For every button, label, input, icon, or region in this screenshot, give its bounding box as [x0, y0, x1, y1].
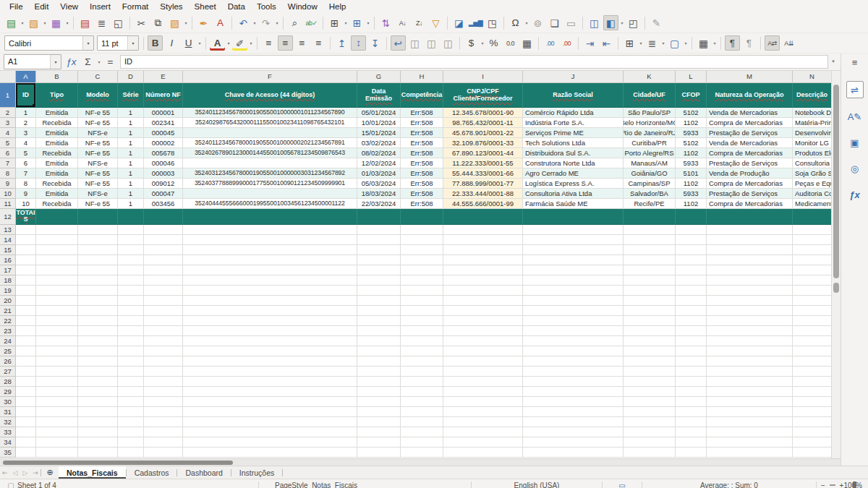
cell-N10[interactable]: Auditoria Contábil	[793, 189, 831, 199]
cell-D21[interactable]	[118, 306, 144, 316]
cell-N24[interactable]	[793, 336, 831, 346]
cell-G17[interactable]	[357, 265, 401, 275]
cell-L16[interactable]	[676, 255, 707, 265]
properties-icon[interactable]: ⇌	[846, 81, 864, 98]
align-right-icon[interactable]: ≡	[294, 35, 310, 51]
cell-H8[interactable]: Err:508	[401, 168, 443, 179]
cell-J26[interactable]	[523, 356, 624, 367]
cell-A19[interactable]	[16, 286, 36, 296]
row-header-34[interactable]: 34	[0, 437, 16, 448]
cell-M4[interactable]: Prestação de Serviços	[707, 128, 793, 138]
cell-A34[interactable]	[16, 437, 36, 448]
cell-A15[interactable]	[16, 245, 36, 255]
cell-H27[interactable]	[401, 367, 443, 377]
cell-H29[interactable]	[401, 387, 443, 397]
cell-C10[interactable]: NFS-e	[78, 189, 118, 199]
cell-N28[interactable]	[793, 377, 831, 387]
cell-I35[interactable]	[443, 448, 523, 458]
cell-C7[interactable]: NFS-e	[78, 158, 118, 168]
styles-icon[interactable]: A✎	[847, 108, 863, 124]
cell-A20[interactable]	[16, 296, 36, 306]
cell-C3[interactable]: NF-e 55	[78, 118, 118, 128]
formula-icon[interactable]: =	[103, 54, 118, 69]
cell-C30[interactable]	[78, 397, 118, 407]
cell-N13[interactable]	[793, 225, 831, 235]
cell-M30[interactable]	[707, 397, 793, 407]
cell-E9[interactable]: 009012	[144, 179, 183, 189]
cell-D3[interactable]: 1	[118, 118, 144, 128]
menu-tools[interactable]: Tools	[251, 1, 282, 12]
cell-L5[interactable]: 5102	[676, 138, 707, 148]
cell-L8[interactable]: 5101	[676, 168, 707, 179]
cell-H1[interactable]: Competência	[401, 83, 443, 108]
cell-F2[interactable]: 3524011234567800019055001000000101123456…	[183, 108, 357, 118]
cell-J4[interactable]: Serviços Prime ME	[523, 128, 624, 138]
dropdown-caret[interactable]: ▾	[248, 35, 254, 51]
cell-E14[interactable]	[144, 235, 183, 245]
cell-H16[interactable]	[401, 255, 443, 265]
cell-H18[interactable]	[401, 275, 443, 286]
borders-icon[interactable]: ⊞	[622, 35, 637, 51]
cell-H22[interactable]	[401, 316, 443, 326]
cell-G35[interactable]	[357, 448, 401, 458]
right-to-left-icon[interactable]: ¶	[741, 35, 757, 51]
cell-F18[interactable]	[183, 275, 357, 286]
cell-F28[interactable]	[183, 377, 357, 387]
cell-M7[interactable]: Prestação de Serviços	[707, 158, 793, 168]
cell-I30[interactable]	[443, 397, 523, 407]
cell-M22[interactable]	[707, 316, 793, 326]
cell-E12[interactable]	[144, 209, 183, 225]
cell-L29[interactable]	[676, 387, 707, 397]
cell-I20[interactable]	[443, 296, 523, 306]
cell-J15[interactable]	[523, 245, 624, 255]
cell-E34[interactable]	[144, 437, 183, 448]
menu-styles[interactable]: Styles	[154, 1, 188, 12]
cell-K19[interactable]	[624, 286, 676, 296]
cell-D20[interactable]	[118, 296, 144, 306]
format-date-icon[interactable]: ▦	[519, 35, 535, 51]
cell-G21[interactable]	[357, 306, 401, 316]
cell-B29[interactable]	[36, 387, 78, 397]
font-name-combo-dropdown[interactable]: ▾	[82, 36, 93, 50]
sort-ascending-icon[interactable]: A↓	[395, 15, 410, 30]
cell-J19[interactable]	[523, 286, 624, 296]
row-header-29[interactable]: 29	[0, 387, 16, 397]
next-sheet-button[interactable]: ▷	[20, 469, 30, 476]
cell-M19[interactable]	[707, 286, 793, 296]
cell-C26[interactable]	[78, 356, 118, 367]
sheet-tab-notas_fiscais[interactable]: Notas_Fiscais	[59, 466, 126, 479]
cell-A26[interactable]	[16, 356, 36, 367]
first-sheet-button[interactable]: ⇤	[0, 469, 10, 476]
row-header-13[interactable]: 13	[0, 225, 16, 235]
cell-J16[interactable]	[523, 255, 624, 265]
dropdown-caret[interactable]: ▾	[638, 35, 644, 51]
cell-D19[interactable]	[118, 286, 144, 296]
paste-icon[interactable]: ▨	[167, 15, 182, 30]
selection-mode-icon[interactable]: ▭	[618, 481, 625, 488]
cell-G24[interactable]	[357, 336, 401, 346]
cell-E20[interactable]	[144, 296, 183, 306]
cell-B9[interactable]: Recebida	[36, 179, 78, 189]
underline-icon[interactable]: U	[181, 35, 196, 51]
cell-L12[interactable]	[676, 209, 707, 225]
row-header-5[interactable]: 5	[0, 138, 16, 148]
cell-L30[interactable]	[676, 397, 707, 407]
cell-G31[interactable]	[357, 407, 401, 417]
cell-E6[interactable]: 005678	[144, 148, 183, 158]
cell-C19[interactable]	[78, 286, 118, 296]
cell-K27[interactable]	[624, 367, 676, 377]
cell-E23[interactable]	[144, 326, 183, 336]
left-to-right-icon[interactable]: ¶	[725, 35, 740, 51]
cell-L13[interactable]	[676, 225, 707, 235]
cell-J30[interactable]	[523, 397, 624, 407]
cell-H21[interactable]	[401, 306, 443, 316]
menu-data[interactable]: Data	[222, 1, 251, 12]
cell-B2[interactable]: Emitida	[36, 108, 78, 118]
cell-N22[interactable]	[793, 316, 831, 326]
font-size-combo-dropdown[interactable]: ▾	[127, 36, 138, 50]
border-color-icon[interactable]: ▢	[667, 35, 682, 51]
cell-G30[interactable]	[357, 397, 401, 407]
cell-J17[interactable]	[523, 265, 624, 275]
cell-I28[interactable]	[443, 377, 523, 387]
cell-N19[interactable]	[793, 286, 831, 296]
